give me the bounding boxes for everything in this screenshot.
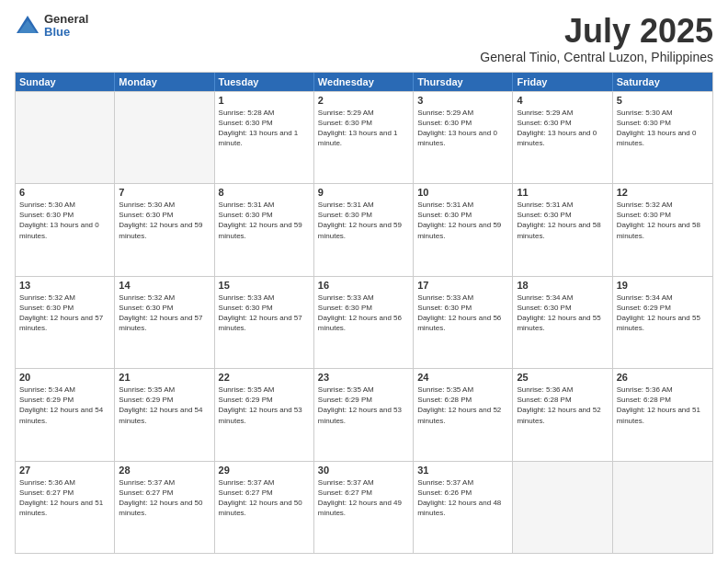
calendar-cell: 31Sunrise: 5:37 AM Sunset: 6:26 PM Dayli… <box>414 462 513 553</box>
calendar-cell <box>613 462 712 553</box>
cell-info: Sunrise: 5:33 AM Sunset: 6:30 PM Dayligh… <box>417 293 508 334</box>
logo-icon <box>15 13 40 39</box>
cell-date-number: 20 <box>19 372 110 383</box>
cell-date-number: 3 <box>417 95 508 106</box>
calendar-cell: 14Sunrise: 5:32 AM Sunset: 6:30 PM Dayli… <box>115 277 214 368</box>
day-header-wednesday: Wednesday <box>314 73 414 91</box>
cell-date-number: 12 <box>617 187 709 198</box>
calendar-cell: 7Sunrise: 5:30 AM Sunset: 6:30 PM Daylig… <box>115 184 214 275</box>
cell-date-number: 17 <box>417 280 508 291</box>
calendar-cell: 4Sunrise: 5:29 AM Sunset: 6:30 PM Daylig… <box>513 92 612 183</box>
cell-info: Sunrise: 5:31 AM Sunset: 6:30 PM Dayligh… <box>219 200 310 241</box>
cell-date-number: 27 <box>19 465 110 476</box>
cell-info: Sunrise: 5:33 AM Sunset: 6:30 PM Dayligh… <box>219 293 310 334</box>
cell-info: Sunrise: 5:28 AM Sunset: 6:30 PM Dayligh… <box>219 108 310 149</box>
calendar-cell: 17Sunrise: 5:33 AM Sunset: 6:30 PM Dayli… <box>414 277 513 368</box>
cell-info: Sunrise: 5:36 AM Sunset: 6:27 PM Dayligh… <box>19 477 110 519</box>
cell-date-number: 15 <box>219 280 310 291</box>
cell-info: Sunrise: 5:34 AM Sunset: 6:29 PM Dayligh… <box>617 293 709 334</box>
calendar-cell: 26Sunrise: 5:36 AM Sunset: 6:28 PM Dayli… <box>613 369 712 460</box>
cell-info: Sunrise: 5:29 AM Sunset: 6:30 PM Dayligh… <box>517 108 608 149</box>
calendar-cell: 15Sunrise: 5:33 AM Sunset: 6:30 PM Dayli… <box>215 277 314 368</box>
calendar-cell <box>115 92 214 183</box>
calendar-cell <box>16 92 115 183</box>
cell-info: Sunrise: 5:37 AM Sunset: 6:27 PM Dayligh… <box>219 477 310 519</box>
calendar-cell: 1Sunrise: 5:28 AM Sunset: 6:30 PM Daylig… <box>215 92 314 183</box>
cell-info: Sunrise: 5:35 AM Sunset: 6:29 PM Dayligh… <box>219 385 310 426</box>
cell-info: Sunrise: 5:31 AM Sunset: 6:30 PM Dayligh… <box>517 200 608 241</box>
calendar-cell: 3Sunrise: 5:29 AM Sunset: 6:30 PM Daylig… <box>414 92 513 183</box>
cell-date-number: 25 <box>517 372 608 383</box>
cell-date-number: 28 <box>119 465 210 476</box>
calendar-header: SundayMondayTuesdayWednesdayThursdayFrid… <box>16 73 712 91</box>
day-header-saturday: Saturday <box>613 73 712 91</box>
day-header-thursday: Thursday <box>414 73 513 91</box>
cell-info: Sunrise: 5:32 AM Sunset: 6:30 PM Dayligh… <box>19 293 110 334</box>
logo-general-label: General <box>44 13 88 26</box>
calendar-cell: 22Sunrise: 5:35 AM Sunset: 6:29 PM Dayli… <box>215 369 314 460</box>
calendar-cell: 30Sunrise: 5:37 AM Sunset: 6:27 PM Dayli… <box>314 462 414 553</box>
cell-date-number: 10 <box>417 187 508 198</box>
location-title: General Tinio, Central Luzon, Philippine… <box>480 50 713 64</box>
calendar-cell: 28Sunrise: 5:37 AM Sunset: 6:27 PM Dayli… <box>115 462 214 553</box>
day-header-sunday: Sunday <box>16 73 115 91</box>
cell-date-number: 16 <box>318 280 409 291</box>
day-header-friday: Friday <box>513 73 612 91</box>
calendar-cell: 24Sunrise: 5:35 AM Sunset: 6:28 PM Dayli… <box>414 369 513 460</box>
cell-date-number: 29 <box>219 465 310 476</box>
cell-info: Sunrise: 5:37 AM Sunset: 6:27 PM Dayligh… <box>119 477 210 519</box>
cell-date-number: 9 <box>318 187 409 198</box>
cell-date-number: 14 <box>119 280 210 291</box>
calendar-cell: 19Sunrise: 5:34 AM Sunset: 6:29 PM Dayli… <box>613 277 712 368</box>
cell-info: Sunrise: 5:34 AM Sunset: 6:29 PM Dayligh… <box>19 385 110 426</box>
cell-date-number: 30 <box>318 465 409 476</box>
calendar-cell: 20Sunrise: 5:34 AM Sunset: 6:29 PM Dayli… <box>16 369 115 460</box>
cell-info: Sunrise: 5:37 AM Sunset: 6:26 PM Dayligh… <box>417 477 508 519</box>
cell-date-number: 31 <box>417 465 508 476</box>
calendar-cell: 27Sunrise: 5:36 AM Sunset: 6:27 PM Dayli… <box>16 462 115 553</box>
calendar-cell: 2Sunrise: 5:29 AM Sunset: 6:30 PM Daylig… <box>314 92 414 183</box>
logo-text: General Blue <box>44 13 88 40</box>
calendar-row-3: 13Sunrise: 5:32 AM Sunset: 6:30 PM Dayli… <box>16 276 712 368</box>
cell-info: Sunrise: 5:36 AM Sunset: 6:28 PM Dayligh… <box>617 385 709 426</box>
calendar-cell: 6Sunrise: 5:30 AM Sunset: 6:30 PM Daylig… <box>16 184 115 275</box>
calendar-row-4: 20Sunrise: 5:34 AM Sunset: 6:29 PM Dayli… <box>16 368 712 460</box>
calendar-cell: 29Sunrise: 5:37 AM Sunset: 6:27 PM Dayli… <box>215 462 314 553</box>
cell-date-number: 18 <box>517 280 608 291</box>
cell-date-number: 4 <box>517 95 608 106</box>
calendar-cell: 12Sunrise: 5:32 AM Sunset: 6:30 PM Dayli… <box>613 184 712 275</box>
cell-info: Sunrise: 5:32 AM Sunset: 6:30 PM Dayligh… <box>119 293 210 334</box>
cell-info: Sunrise: 5:37 AM Sunset: 6:27 PM Dayligh… <box>318 477 409 519</box>
cell-date-number: 11 <box>517 187 608 198</box>
cell-date-number: 26 <box>617 372 709 383</box>
calendar-cell: 16Sunrise: 5:33 AM Sunset: 6:30 PM Dayli… <box>314 277 414 368</box>
cell-date-number: 13 <box>19 280 110 291</box>
calendar-cell: 25Sunrise: 5:36 AM Sunset: 6:28 PM Dayli… <box>513 369 612 460</box>
calendar-cell: 8Sunrise: 5:31 AM Sunset: 6:30 PM Daylig… <box>215 184 314 275</box>
calendar-row-5: 27Sunrise: 5:36 AM Sunset: 6:27 PM Dayli… <box>16 461 712 553</box>
calendar-row-2: 6Sunrise: 5:30 AM Sunset: 6:30 PM Daylig… <box>16 183 712 275</box>
cell-date-number: 5 <box>617 95 709 106</box>
calendar-cell <box>513 462 612 553</box>
day-header-tuesday: Tuesday <box>215 73 314 91</box>
calendar: SundayMondayTuesdayWednesdayThursdayFrid… <box>15 72 713 554</box>
cell-info: Sunrise: 5:33 AM Sunset: 6:30 PM Dayligh… <box>318 293 409 334</box>
day-header-monday: Monday <box>115 73 214 91</box>
cell-info: Sunrise: 5:32 AM Sunset: 6:30 PM Dayligh… <box>617 200 709 241</box>
cell-info: Sunrise: 5:35 AM Sunset: 6:28 PM Dayligh… <box>417 385 508 426</box>
cell-date-number: 1 <box>219 95 310 106</box>
cell-info: Sunrise: 5:30 AM Sunset: 6:30 PM Dayligh… <box>617 108 709 149</box>
cell-info: Sunrise: 5:30 AM Sunset: 6:30 PM Dayligh… <box>119 200 210 241</box>
calendar-cell: 23Sunrise: 5:35 AM Sunset: 6:29 PM Dayli… <box>314 369 414 460</box>
page: General Blue July 2025 General Tinio, Ce… <box>0 0 728 563</box>
cell-date-number: 24 <box>417 372 508 383</box>
cell-info: Sunrise: 5:30 AM Sunset: 6:30 PM Dayligh… <box>19 200 110 241</box>
calendar-cell: 5Sunrise: 5:30 AM Sunset: 6:30 PM Daylig… <box>613 92 712 183</box>
calendar-cell: 13Sunrise: 5:32 AM Sunset: 6:30 PM Dayli… <box>16 277 115 368</box>
logo-blue-label: Blue <box>44 26 88 39</box>
cell-date-number: 23 <box>318 372 409 383</box>
month-title: July 2025 <box>480 13 713 50</box>
cell-date-number: 7 <box>119 187 210 198</box>
cell-info: Sunrise: 5:31 AM Sunset: 6:30 PM Dayligh… <box>417 200 508 241</box>
cell-info: Sunrise: 5:35 AM Sunset: 6:29 PM Dayligh… <box>318 385 409 426</box>
